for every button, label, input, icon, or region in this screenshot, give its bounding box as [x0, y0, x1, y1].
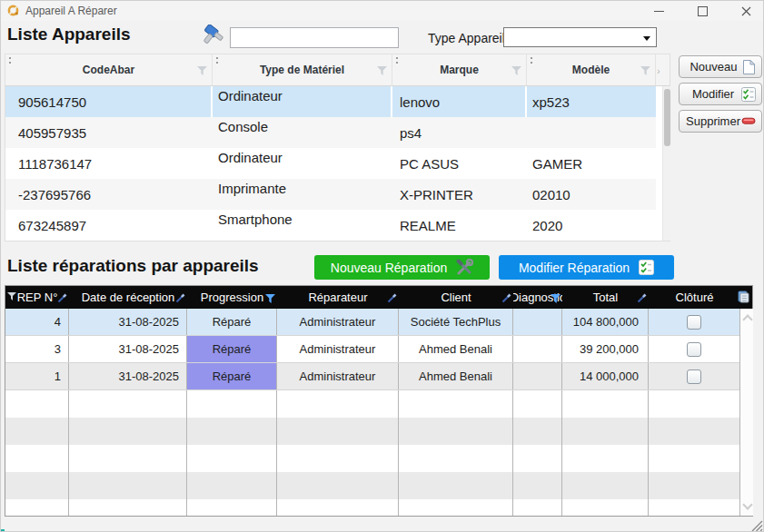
- cloture-checkbox[interactable]: [687, 342, 701, 357]
- search-wand-icon[interactable]: [175, 293, 185, 303]
- repair-cell: Réparé: [187, 309, 277, 335]
- device-column-header[interactable]: CodeAbar: [5, 54, 213, 85]
- device-cell: ps4: [392, 117, 527, 148]
- empty-cell: [513, 418, 562, 445]
- repair-column-header[interactable]: Progression: [187, 286, 277, 309]
- cloture-cell: [649, 336, 740, 362]
- repair-cell: 31-08-2025: [69, 336, 187, 362]
- empty-cell: [5, 445, 69, 472]
- repair-row[interactable]: 131-08-2025RéparéAdministrateurAhmed Ben…: [5, 363, 740, 390]
- repairs-vertical-scrollbar[interactable]: [739, 309, 753, 516]
- red-minus-icon: [741, 117, 756, 125]
- empty-cell: [187, 390, 277, 418]
- empty-cell: [649, 390, 740, 418]
- search-wand-icon[interactable]: [637, 293, 647, 303]
- device-row[interactable]: -237695766ImprimanteX-PRINTER02010: [5, 179, 656, 210]
- filter-icon[interactable]: [640, 66, 650, 75]
- search-wand-icon[interactable]: [57, 293, 67, 303]
- search-wand-icon[interactable]: [501, 293, 511, 303]
- filter-icon[interactable]: [551, 294, 561, 303]
- device-cell: 02010: [527, 179, 656, 210]
- filter-icon[interactable]: [265, 294, 275, 303]
- repair-column-header[interactable]: Clôturé: [649, 286, 740, 309]
- column-header-label: Réparateur: [308, 291, 367, 304]
- empty-cell: [69, 472, 187, 499]
- cloture-checkbox[interactable]: [687, 315, 701, 330]
- devices-vertical-scrollbar[interactable]: [662, 86, 671, 241]
- column-header-label: REP N°: [17, 291, 58, 304]
- barcode-search-input[interactable]: [230, 27, 399, 48]
- filter-icon[interactable]: [377, 66, 387, 75]
- empty-cell: [187, 472, 277, 499]
- column-header-label: Marque: [440, 64, 479, 76]
- repair-column-header[interactable]: Total: [562, 286, 649, 309]
- column-header-label: Modèle: [572, 64, 610, 76]
- empty-row: [5, 499, 740, 516]
- empty-cell: [562, 390, 649, 418]
- scrollbar-thumb[interactable]: [664, 89, 670, 146]
- repairs-grid-body: 431-08-2025RéparéAdministrateurSociété T…: [5, 309, 740, 516]
- column-drag-handle: [531, 57, 532, 64]
- device-cell: Ordinateur: [213, 86, 392, 117]
- devices-grid-header: CodeAbarType de MatérielMarqueModèle: [5, 54, 670, 86]
- empty-row: [5, 472, 740, 499]
- device-column-header[interactable]: Marque: [392, 54, 527, 85]
- repair-row[interactable]: 331-08-2025RéparéAdministrateurAhmed Ben…: [5, 336, 740, 363]
- modifier-button[interactable]: Modifier: [679, 83, 762, 105]
- empty-cell: [399, 390, 513, 418]
- column-header-label: Clôturé: [676, 291, 714, 304]
- device-row[interactable]: 905614750Ordinateurlenovoxp523: [5, 86, 656, 117]
- empty-cell: [649, 418, 740, 445]
- filter-icon[interactable]: [511, 66, 521, 75]
- column-header-label: Progression: [201, 291, 263, 304]
- close-button[interactable]: [732, 1, 759, 21]
- device-row[interactable]: 1118736147OrdinateurPC ASUSGAMER: [5, 148, 656, 179]
- device-cell: xp523: [527, 86, 656, 117]
- repair-column-header[interactable]: Date de réception: [69, 286, 187, 309]
- empty-cell: [562, 418, 649, 445]
- device-column-header[interactable]: Modèle: [527, 54, 656, 85]
- device-cell: 405957935: [5, 117, 213, 148]
- empty-cell: [562, 472, 649, 499]
- minimize-button[interactable]: [645, 1, 672, 21]
- cloture-cell: [649, 309, 740, 335]
- repair-cell: Réparé: [187, 363, 277, 389]
- resize-grip[interactable]: [751, 520, 763, 532]
- device-column-header[interactable]: Type de Matériel: [213, 54, 392, 85]
- repair-row[interactable]: 431-08-2025RéparéAdministrateurSociété T…: [5, 309, 740, 336]
- nouveau-reparation-button[interactable]: Nouveau Réparation: [314, 255, 490, 280]
- device-cell: 2020: [527, 210, 656, 241]
- column-drag-handle: [396, 57, 398, 64]
- repair-column-header[interactable]: Réparateur: [277, 286, 399, 309]
- search-wand-icon[interactable]: [387, 293, 397, 303]
- device-row[interactable]: 673245897SmartphoneREALME2020: [5, 210, 656, 241]
- repair-cell: 3: [5, 336, 69, 362]
- repair-cell: 31-08-2025: [69, 309, 187, 335]
- repair-cell: Administrateur: [277, 336, 399, 362]
- empty-cell: [5, 499, 69, 516]
- repair-cell: [513, 336, 562, 362]
- cloture-checkbox[interactable]: [687, 369, 701, 384]
- repair-column-header[interactable]: Diagnostic: [513, 286, 562, 309]
- repair-column-header[interactable]: Client: [399, 286, 513, 309]
- empty-cell: [649, 472, 740, 499]
- modifier-reparation-button[interactable]: Modifier Réparation: [499, 255, 674, 280]
- empty-cell: [399, 445, 513, 472]
- repair-cell: Société TechPlus: [399, 309, 513, 335]
- empty-cell: [399, 472, 513, 499]
- repair-column-header[interactable]: REP N°: [5, 286, 69, 309]
- supprimer-button[interactable]: Supprimer: [679, 110, 762, 133]
- repair-cell: 1: [5, 363, 69, 389]
- device-cell: -237695766: [5, 179, 213, 210]
- scroll-up-icon[interactable]: [742, 314, 752, 324]
- device-row[interactable]: 405957935Consoleps4: [5, 117, 656, 148]
- filter-icon[interactable]: [197, 66, 207, 75]
- column-header-label: CodeAbar: [83, 64, 134, 76]
- column-drag-handle: [9, 57, 11, 64]
- scroll-down-icon[interactable]: [742, 499, 752, 509]
- type-appareil-select[interactable]: [503, 27, 657, 47]
- empty-cell: [277, 472, 399, 499]
- checklist-icon: [741, 87, 756, 102]
- nouveau-button[interactable]: Nouveau: [679, 55, 762, 78]
- maximize-button[interactable]: [689, 1, 716, 21]
